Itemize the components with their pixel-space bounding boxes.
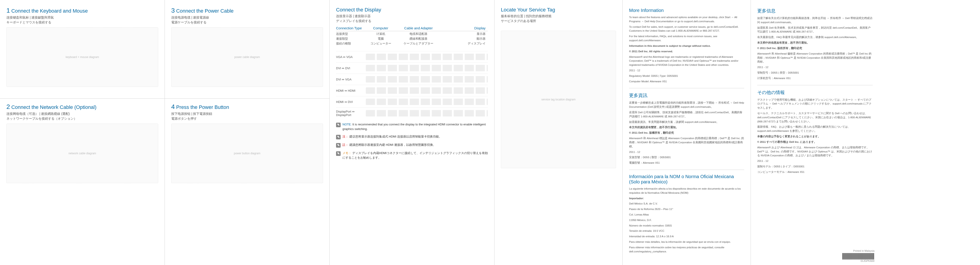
more-info-jp-heading: その他の情報 bbox=[757, 89, 873, 96]
conn-diagram bbox=[366, 99, 488, 105]
more-info-zhs-body: 如需了解有关台式计算机的功能和高级选项，则单击开始 → 所有程序 → Dell … bbox=[757, 16, 873, 82]
display-title: Connect the Display bbox=[336, 7, 488, 13]
step-4-title: 4Press the Power Button bbox=[171, 103, 323, 110]
note-zht: ✎ 註： 建議您將顯示器連接至內建 HDMI 連接器，以啟用智慧圖形切換。 bbox=[336, 142, 488, 148]
service-jp: サービスタグのある場所 bbox=[501, 19, 616, 23]
step-3-zh: 连接电源电缆 | 連接電源線 bbox=[171, 16, 323, 20]
note-en: ✎ NOTE: It is recommended that you conne… bbox=[336, 122, 488, 131]
conn-row-dvi-dvi: DVI ⇔ DVI bbox=[336, 62, 488, 73]
conn-row-vga-vga: VGA ⇔ VGA bbox=[336, 51, 488, 62]
nom-heading: Información para la NOM o Norma Oficial … bbox=[629, 174, 744, 185]
step-3-title: 3Connect the Power Cable bbox=[171, 7, 323, 14]
conn-row-dp-dp: DisplayPort ⇔ DisplayPort bbox=[336, 107, 488, 119]
col-display: Display bbox=[441, 26, 488, 30]
conn-diagram bbox=[366, 76, 488, 83]
divider bbox=[757, 85, 873, 85]
step-3-illustration: power cable diagram bbox=[171, 27, 323, 87]
step-2-jp: ネットワークケーブルを接続する（オプション） bbox=[6, 117, 158, 121]
note-icon: ✎ bbox=[336, 151, 340, 156]
panel-info-2: 更多信息 如需了解有关台式计算机的功能和高级选项，则单击开始 → 所有程序 → … bbox=[751, 0, 879, 265]
note-icon: ✎ bbox=[336, 143, 340, 148]
panel-display: Connect the Display 连接显示器 | 連接顯示器 ディスプレイ… bbox=[329, 0, 495, 265]
step-1-zh: 连接键盘和鼠标 | 連接鍵盤與滑鼠 bbox=[6, 16, 158, 20]
note-icon: ✎ bbox=[336, 123, 340, 127]
barcode-code: 01JGPKA00 bbox=[842, 260, 875, 262]
footer: Printed in Malaysia 01JGPKA00 bbox=[842, 249, 875, 262]
display-zh: 连接显示器 | 連接顯示器 bbox=[336, 14, 488, 18]
conn-diagram bbox=[366, 54, 488, 60]
step-3: 3Connect the Power Cable 连接电源电缆 | 連接電源線 … bbox=[171, 7, 323, 87]
step-2-title-text: Connect the Network Cable (Optional) bbox=[11, 104, 97, 110]
divider bbox=[165, 98, 329, 99]
step-2-title: 2Connect the Network Cable (Optional) bbox=[6, 103, 158, 110]
conn-row-dvi-vga: DVI ⇔ VGA bbox=[336, 73, 488, 85]
panel-service-tag: Locate Your Service Tag 服务标签的位置 | 找到您的服務… bbox=[495, 0, 623, 265]
step-3-jp: 電源ケーブルを接続する bbox=[171, 21, 323, 24]
step-1: 1Connect the Keyboard and Mouse 连接键盘和鼠标 … bbox=[6, 7, 158, 87]
step-4: 4Press the Power Button 按下电源按钮 | 按下電源按鈕 … bbox=[171, 103, 323, 183]
more-info-en-body: To learn about the features and advanced… bbox=[629, 15, 744, 85]
step-4-jp: 電源ボタンを押す bbox=[171, 117, 323, 121]
panel-info-1: More Information To learn about the feat… bbox=[623, 0, 751, 265]
step-1-illustration: keyboard + mouse diagram bbox=[6, 27, 158, 87]
service-tag-illustration: service tag location diagram bbox=[501, 31, 616, 168]
panel-steps-1-2: 1Connect the Keyboard and Mouse 连接键盘和鼠标 … bbox=[0, 0, 165, 265]
note-zhs: ✎ 注： 建议您将显示器连接到集成式 HDMI 连接器以启用智能显卡切换功能。 bbox=[336, 134, 488, 139]
divider bbox=[0, 98, 165, 99]
divider bbox=[629, 88, 744, 88]
display-jp: ディスプレイを接続する bbox=[336, 19, 488, 23]
conn-row-hdmi-dvi: HDMI ⇔ DVI bbox=[336, 96, 488, 107]
note-jp: ✎ メモ： ディスプレイを内蔵HDMIコネクターに接続して、インテリジェントグラ… bbox=[336, 151, 488, 160]
more-info-zhs-heading: 更多信息 bbox=[757, 8, 873, 14]
more-info-zht-heading: 更多資訊 bbox=[629, 93, 744, 99]
conn-diagram bbox=[366, 110, 488, 117]
display-table-header-zht: 連接類型 電腦 纜線和配接器 顯示器 bbox=[336, 36, 488, 41]
step-2-illustration: network cable diagram bbox=[6, 124, 158, 183]
step-4-illustration: power button diagram bbox=[171, 124, 323, 183]
display-table-header-jp: 接続の種類 コンピューター ケーブルとアダプター ディスプレイ bbox=[336, 41, 488, 46]
panel-steps-3-4: 3Connect the Power Cable 连接电源电缆 | 連接電源線 … bbox=[165, 0, 329, 265]
col-cable-adapter: Cable and Adapter bbox=[396, 26, 441, 30]
step-2-zh: 连接网络电缆（可选） | 連接網路纜線 (選配) bbox=[6, 112, 158, 116]
barcode bbox=[842, 253, 875, 260]
step-1-title-text: Connect the Keyboard and Mouse bbox=[11, 8, 88, 14]
step-1-jp: キーボードとマウスを接続する bbox=[6, 21, 158, 24]
col-computer: Computer bbox=[366, 26, 396, 30]
conn-diagram bbox=[366, 65, 488, 71]
note-icon: ✎ bbox=[336, 135, 340, 139]
setup-poster: 1Connect the Keyboard and Mouse 连接键盘和鼠标 … bbox=[0, 0, 980, 265]
step-4-title-text: Press the Power Button bbox=[176, 104, 229, 110]
more-info-jp-body: デスクトップで使用可能な機能、および詳細オプションについては、スタート → すべ… bbox=[757, 98, 873, 176]
step-4-zh: 按下电源按钮 | 按下電源按鈕 bbox=[171, 112, 323, 116]
more-info-en-heading: More Information bbox=[629, 8, 744, 13]
more-info-zht-body: 若要進一步瞭解您桌上型電腦所提供的功能和進階選項，請按一下開始 → 所有程式 →… bbox=[629, 101, 744, 166]
step-3-title-text: Connect the Power Cable bbox=[176, 8, 234, 14]
step-1-title: 1Connect the Keyboard and Mouse bbox=[6, 7, 158, 14]
display-table-header-zhs: 连接类型 计算机 电缆和适配器 显示器 bbox=[336, 31, 488, 36]
service-title: Locate Your Service Tag bbox=[501, 7, 616, 13]
service-zh: 服务标签的位置 | 找到您的服務標籤 bbox=[501, 14, 616, 18]
col-connection-type: Connection Type bbox=[336, 26, 366, 30]
display-table-header-en: Connection Type Computer Cable and Adapt… bbox=[336, 26, 488, 31]
connection-rows: VGA ⇔ VGA DVI ⇔ DVI DVI ⇔ VGA HDMI ⇔ HDM… bbox=[336, 51, 488, 119]
nom-body: La siguiente información afecta a los di… bbox=[629, 187, 744, 255]
conn-row-hdmi-hdmi: HDMI ⇔ HDMI bbox=[336, 85, 488, 96]
printed-in: Printed in Malaysia bbox=[842, 249, 875, 252]
step-2: 2Connect the Network Cable (Optional) 连接… bbox=[6, 103, 158, 183]
conn-diagram bbox=[366, 87, 488, 94]
